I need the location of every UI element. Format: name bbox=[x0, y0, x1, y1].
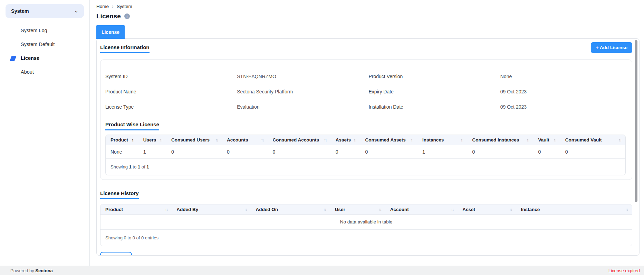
field-label-product-version: Product Version bbox=[369, 69, 500, 84]
column-header-account[interactable]: Account↑↓ bbox=[385, 204, 458, 215]
product-wise-license-header: Product Wise License bbox=[105, 121, 632, 130]
vertical-scrollbar-thumb[interactable] bbox=[635, 40, 637, 202]
column-header-consumed-users[interactable]: Consumed Users↑↓ bbox=[166, 135, 222, 145]
sort-icon[interactable]: ↑↓ bbox=[554, 138, 556, 142]
sidebar-menu: System Log System Default License About bbox=[0, 24, 89, 79]
sort-icon[interactable]: ↑↓ bbox=[451, 208, 454, 212]
sidebar-item-label: About bbox=[21, 69, 34, 75]
sort-icon[interactable]: ↑↓ bbox=[411, 138, 413, 142]
sort-icon[interactable]: ↑↓ bbox=[378, 208, 381, 212]
brand-link[interactable]: Sectona bbox=[35, 268, 53, 273]
column-label: Assets bbox=[336, 137, 351, 143]
column-label: User bbox=[335, 207, 345, 212]
empty-table-message: No data available in table bbox=[100, 215, 632, 230]
column-header-consumed-accounts[interactable]: Consumed Accounts↑↓ bbox=[268, 135, 331, 145]
table-header-row: Product↑↓Added By↑↓Added On↑↓User↑↓Accou… bbox=[100, 204, 632, 215]
column-label: Account bbox=[390, 207, 409, 212]
pagination-button-partial[interactable] bbox=[100, 252, 132, 256]
sidebar-section-system[interactable]: System ⌄ bbox=[6, 4, 84, 18]
column-header-asset[interactable]: Asset↑↓ bbox=[458, 204, 516, 215]
column-label: Product bbox=[105, 207, 123, 212]
product-wise-license-heading: Product Wise License bbox=[105, 121, 159, 130]
column-label: Consumed Instances bbox=[472, 137, 519, 143]
table-cell: 0 bbox=[534, 145, 560, 159]
sort-icon[interactable]: ↑↓ bbox=[625, 208, 628, 212]
column-header-vault[interactable]: Vault↑↓ bbox=[534, 135, 560, 145]
column-header-user[interactable]: User↑↓ bbox=[330, 204, 385, 215]
sidebar-item-system-log[interactable]: System Log bbox=[0, 24, 89, 37]
breadcrumb-system[interactable]: System bbox=[117, 4, 132, 9]
table-cell: 0 bbox=[166, 145, 222, 159]
sort-icon[interactable]: ↑↓ bbox=[244, 208, 247, 212]
table-summary: Showing 0 to 0 of 0 entries bbox=[100, 230, 632, 246]
breadcrumb: Home › System bbox=[96, 3, 132, 9]
sidebar-item-license[interactable]: License bbox=[0, 51, 89, 65]
product-wise-license-table: Product↑↓Users↑↓Consumed Users↑↓Accounts… bbox=[106, 135, 625, 159]
table-cell: 1 bbox=[138, 145, 166, 159]
sort-icon[interactable]: ↑↓ bbox=[619, 138, 622, 142]
add-license-button[interactable]: + Add License bbox=[591, 42, 632, 53]
sort-icon[interactable]: ↑↓ bbox=[324, 138, 327, 142]
table-cell: 0 bbox=[331, 145, 361, 159]
license-expired-status: License expired bbox=[608, 268, 640, 273]
tab-content-panel: License Information + Add License System… bbox=[96, 38, 640, 256]
sort-icon[interactable]: ↑↓ bbox=[509, 208, 512, 212]
column-label: Instances bbox=[422, 137, 444, 143]
breadcrumb-home[interactable]: Home bbox=[96, 4, 109, 9]
column-header-product[interactable]: Product↑↓ bbox=[106, 135, 138, 145]
sort-icon[interactable]: ↑↓ bbox=[165, 208, 168, 212]
license-information-card: System ID STN-EAQNRZMO Product Version N… bbox=[100, 59, 632, 180]
sort-icon[interactable]: ↑↓ bbox=[261, 138, 264, 142]
field-label-installation-date: Installation Date bbox=[369, 99, 500, 114]
field-label-license-type: License Type bbox=[105, 99, 237, 114]
license-history-table: Product↑↓Added By↑↓Added On↑↓User↑↓Accou… bbox=[100, 204, 632, 215]
chevron-down-icon: ⌄ bbox=[74, 8, 78, 13]
column-header-instance[interactable]: Instance↑↓ bbox=[516, 204, 632, 215]
plus-icon: + bbox=[596, 45, 599, 51]
sidebar-item-about[interactable]: About bbox=[0, 65, 89, 79]
column-header-consumed-assets[interactable]: Consumed Assets↑↓ bbox=[360, 135, 417, 145]
table-header-row: Product↑↓Users↑↓Consumed Users↑↓Accounts… bbox=[106, 135, 625, 145]
breadcrumb-separator-icon: › bbox=[112, 3, 114, 9]
column-header-assets[interactable]: Assets↑↓ bbox=[331, 135, 361, 145]
field-value-license-type: Evaluation bbox=[237, 99, 368, 114]
column-label: Users bbox=[143, 137, 156, 143]
title-row: License i bbox=[96, 12, 130, 20]
main-content: Home › System License i License License … bbox=[90, 0, 644, 266]
app-root: System ⌄ System Log System Default Licen… bbox=[0, 0, 644, 275]
column-header-users[interactable]: Users↑↓ bbox=[138, 135, 166, 145]
field-value-expiry-date: 09 Oct 2023 bbox=[500, 84, 632, 99]
page-title: License bbox=[96, 12, 121, 20]
sort-icon[interactable]: ↑↓ bbox=[215, 138, 218, 142]
table-cell: 0 bbox=[222, 145, 268, 159]
column-label: Consumed Users bbox=[171, 137, 210, 143]
sidebar-item-label: System Default bbox=[21, 42, 55, 47]
column-header-consumed-vault[interactable]: Consumed Vault↑↓ bbox=[560, 135, 625, 145]
sidebar: System ⌄ System Log System Default Licen… bbox=[0, 0, 90, 266]
tab-license[interactable]: License bbox=[96, 25, 125, 39]
sort-icon[interactable]: ↑↓ bbox=[132, 138, 134, 142]
sidebar-item-system-default[interactable]: System Default bbox=[0, 37, 89, 51]
column-header-product[interactable]: Product↑↓ bbox=[100, 204, 172, 215]
sort-icon[interactable]: ↑↓ bbox=[354, 138, 356, 142]
sort-icon[interactable]: ↑↓ bbox=[527, 138, 529, 142]
license-information-fields: System ID STN-EAQNRZMO Product Version N… bbox=[100, 60, 632, 114]
column-header-instances[interactable]: Instances↑↓ bbox=[417, 135, 467, 145]
footer-bar: Powered by Sectona License expired bbox=[0, 266, 644, 275]
field-value-system-id: STN-EAQNRZMO bbox=[237, 69, 368, 84]
column-header-added-by[interactable]: Added By↑↓ bbox=[172, 204, 251, 215]
sidebar-item-label: License bbox=[21, 55, 39, 61]
column-header-added-on[interactable]: Added On↑↓ bbox=[251, 204, 330, 215]
column-label: Consumed Assets bbox=[365, 137, 405, 143]
column-header-consumed-instances[interactable]: Consumed Instances↑↓ bbox=[467, 135, 533, 145]
column-label: Instance bbox=[521, 207, 540, 212]
field-value-product-name: Sectona Security Platform bbox=[237, 84, 368, 99]
info-icon[interactable]: i bbox=[124, 13, 130, 19]
sort-icon[interactable]: ↑↓ bbox=[323, 208, 326, 212]
license-history-heading: License History bbox=[100, 190, 139, 199]
sidebar-item-label: System Log bbox=[21, 28, 47, 33]
sort-icon[interactable]: ↑↓ bbox=[461, 138, 463, 142]
sort-icon[interactable]: ↑↓ bbox=[160, 138, 163, 142]
column-header-accounts[interactable]: Accounts↑↓ bbox=[222, 135, 268, 145]
product-wise-license-table-box: Product↑↓Users↑↓Consumed Users↑↓Accounts… bbox=[105, 135, 626, 175]
